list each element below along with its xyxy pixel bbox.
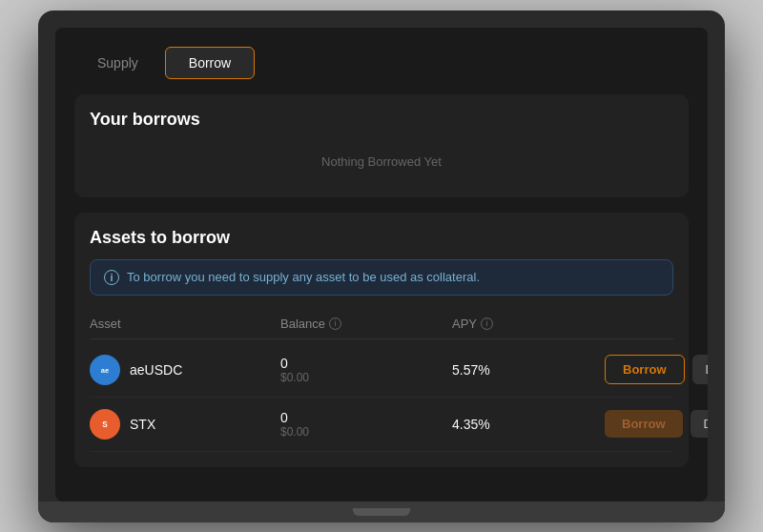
screen-content: Supply Borrow Your borrows Nothing Borro… <box>55 28 708 501</box>
svg-text:ae: ae <box>101 366 109 375</box>
svg-text:S: S <box>102 420 108 429</box>
stx-details-button[interactable]: Details <box>691 410 709 438</box>
col-balance: Balance i <box>280 317 452 331</box>
stx-balance: 0 <box>280 410 452 425</box>
aeusdc-balance: 0 <box>280 356 452 371</box>
laptop-frame: Supply Borrow Your borrows Nothing Borro… <box>38 10 725 522</box>
tab-bar: Supply Borrow <box>74 47 689 79</box>
collateral-info-banner: i To borrow you need to supply any asset… <box>90 259 673 296</box>
stx-balance-cell: 0 $0.00 <box>280 410 452 439</box>
stx-balance-usd: $0.00 <box>280 425 452 439</box>
aeusdc-balance-cell: 0 $0.00 <box>280 356 452 384</box>
tab-borrow[interactable]: Borrow <box>165 47 255 79</box>
stx-name: STX <box>130 417 155 432</box>
col-actions <box>605 317 673 331</box>
collateral-info-text: To borrow you need to supply any asset t… <box>127 270 480 284</box>
tab-supply[interactable]: Supply <box>74 47 161 79</box>
stx-apy: 4.35% <box>452 417 605 432</box>
apy-info-icon: i <box>481 317 493 330</box>
aeusdc-icon: ae <box>90 355 120 385</box>
table-header: Asset Balance i APY i <box>90 309 673 339</box>
aeusdc-details-button[interactable]: Details <box>692 355 709 384</box>
table-row: ae aeUSDC 0 $0.00 5.57% Borrow Details <box>90 343 673 398</box>
your-borrows-title: Your borrows <box>90 110 673 130</box>
aeusdc-balance-usd: $0.00 <box>280 371 452 384</box>
aeusdc-apy: 5.57% <box>452 362 605 378</box>
assets-to-borrow-title: Assets to borrow <box>90 228 673 248</box>
stx-asset-cell: S STX <box>90 409 280 440</box>
table-row: S STX 0 $0.00 4.35% Borrow Details <box>90 398 673 452</box>
col-asset: Asset <box>90 317 280 331</box>
aeusdc-borrow-button[interactable]: Borrow <box>605 355 685 384</box>
empty-borrows-message: Nothing Borrowed Yet <box>90 141 673 182</box>
aeusdc-actions: Borrow Details <box>605 355 708 384</box>
assets-to-borrow-section: Assets to borrow i To borrow you need to… <box>74 213 689 467</box>
stx-icon: S <box>90 409 120 440</box>
info-icon: i <box>104 270 119 285</box>
balance-info-icon: i <box>329 317 341 330</box>
your-borrows-section: Your borrows Nothing Borrowed Yet <box>74 94 689 197</box>
laptop-bottom-bar <box>38 501 725 522</box>
aeusdc-asset-cell: ae aeUSDC <box>90 355 280 385</box>
stx-actions: Borrow Details <box>605 410 708 438</box>
laptop-notch <box>353 508 410 516</box>
aeusdc-name: aeUSDC <box>130 362 182 378</box>
col-apy: APY i <box>452 317 605 331</box>
stx-borrow-button[interactable]: Borrow <box>605 410 683 438</box>
